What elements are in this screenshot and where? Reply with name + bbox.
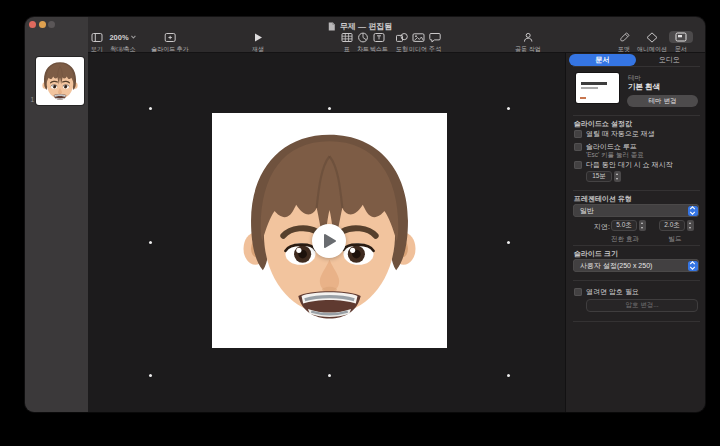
theme-thumb-accent-mark	[580, 97, 586, 99]
restart-row: 다음 동안 대기 시 쇼 재시작	[574, 160, 673, 170]
tab-audio[interactable]: 오디오	[636, 54, 703, 66]
tab-document[interactable]: 문서	[569, 54, 636, 66]
selection-handle-middle-left[interactable]	[149, 241, 152, 244]
restart-label: 다음 동안 대기 시 쇼 재시작	[586, 160, 673, 170]
divider	[573, 115, 700, 116]
media-photo-icon	[412, 31, 425, 43]
divider	[573, 321, 700, 322]
restart-checkbox[interactable]	[574, 161, 582, 169]
restart-minutes-field[interactable]: 15분	[586, 171, 612, 182]
fullscreen-window-button[interactable]	[48, 21, 55, 28]
slide-navigator: 1	[25, 17, 88, 412]
loop-checkbox[interactable]	[574, 143, 582, 151]
toolbar-table-button[interactable]: 표	[341, 31, 353, 54]
presentation-type-value: 일반	[580, 206, 594, 216]
selection-handle-bottom-right[interactable]	[507, 374, 510, 377]
selection-handle-top-left[interactable]	[149, 107, 152, 110]
divider	[573, 66, 700, 67]
slide-size-dropdown[interactable]: 사용자 설정(250 x 250)	[573, 259, 699, 272]
toolbar-play-button[interactable]: 재생	[252, 31, 264, 54]
slide-number-label: 1	[25, 96, 34, 103]
divider	[573, 280, 700, 281]
toolbar: 무제 — 편집됨 보기 200% 확대/축소 슬라이드 추가 재	[88, 17, 705, 53]
slideshow-settings-header: 슬라이드쇼 설정값	[574, 119, 632, 129]
add-slide-icon	[164, 31, 176, 43]
document-file-icon	[328, 22, 336, 31]
selection-handle-top-right[interactable]	[507, 107, 510, 110]
change-password-button[interactable]: 암호 변경...	[586, 299, 698, 312]
autoplay-label: 열릴 때 자동으로 재생	[586, 129, 655, 139]
build-delay-stepper[interactable]	[687, 220, 694, 231]
transition-delay-stepper[interactable]	[639, 220, 646, 231]
selection-handle-middle-right[interactable]	[507, 241, 510, 244]
theme-thumb-subtitle-line	[581, 87, 598, 89]
divider	[573, 245, 700, 246]
shapes-icon	[396, 31, 409, 43]
transition-delay-field[interactable]: 5.0초	[611, 220, 637, 231]
inspector-sidebar: 문서 오디오 테마 기본 흰색 테마 변경 슬라이드쇼 설정값 열릴 때 자동으…	[565, 53, 705, 412]
toolbar-collaborate-button[interactable]: 공동 작업	[515, 31, 541, 54]
change-theme-button[interactable]: 테마 변경	[627, 95, 698, 107]
restart-minutes-stepper[interactable]	[614, 171, 621, 182]
inspector-tabs: 문서 오디오	[569, 54, 703, 66]
slide-thumbnail[interactable]	[36, 57, 84, 105]
comment-bubble-icon	[429, 31, 441, 43]
toolbar-comment-button[interactable]: 주석	[429, 31, 441, 54]
format-brush-icon	[619, 31, 630, 43]
toolbar-document-button[interactable]: 문서	[669, 31, 693, 54]
document-panel-icon	[669, 31, 693, 43]
zoom-percent-text: 200%	[109, 33, 128, 42]
toolbar-format-button[interactable]: 포맷	[618, 31, 630, 54]
memoji-thumbnail-image	[38, 60, 82, 104]
slide-canvas[interactable]	[88, 53, 565, 412]
play-triangle-icon	[322, 233, 337, 249]
toolbar-chart-button[interactable]: 차트	[357, 31, 369, 54]
close-window-button[interactable]	[29, 21, 36, 28]
toolbar-view-button[interactable]: 보기	[91, 31, 103, 54]
view-sidebar-icon	[91, 31, 103, 43]
build-delay-field[interactable]: 2.0초	[659, 220, 685, 231]
screen: 1 무제 — 편집됨 보기 200% 확대/축소 슬라이	[0, 0, 720, 446]
keynote-window: 1 무제 — 편집됨 보기 200% 확대/축소 슬라이	[25, 17, 705, 412]
password-label: 열려면 암호 필요	[586, 287, 639, 297]
autoplay-checkbox[interactable]	[574, 130, 582, 138]
minimize-window-button[interactable]	[39, 21, 46, 28]
loop-sublabel: 'Esc' 키를 눌러 종료	[586, 151, 644, 160]
theme-thumbnail[interactable]	[576, 73, 619, 103]
presentation-type-dropdown[interactable]: 일반	[573, 204, 699, 217]
theme-thumb-title-line	[581, 82, 607, 85]
presentation-type-header: 프레젠테이션 유형	[574, 194, 632, 204]
toolbar-shape-button[interactable]: 도형	[396, 31, 409, 54]
build-label: 빌드	[669, 235, 682, 244]
slide-size-header: 슬라이드 크기	[574, 249, 618, 259]
chart-pie-icon	[357, 31, 369, 43]
dropdown-stepper-icon	[688, 261, 698, 271]
collaborate-person-icon	[522, 31, 534, 43]
autoplay-row: 열릴 때 자동으로 재생	[574, 129, 655, 139]
toolbar-animate-button[interactable]: 애니메이션	[637, 31, 667, 54]
toolbar-text-button[interactable]: 텍스트	[370, 31, 388, 54]
password-checkbox[interactable]	[574, 288, 582, 296]
slide[interactable]	[212, 113, 447, 348]
divider	[573, 190, 700, 191]
slide-size-value: 사용자 설정(250 x 250)	[580, 261, 652, 271]
toolbar-zoom-control[interactable]: 200% 확대/축소	[109, 31, 136, 54]
selection-handle-top-center[interactable]	[328, 107, 331, 110]
delay-label: 지연:	[594, 222, 610, 232]
text-box-icon	[373, 31, 385, 43]
animate-diamond-icon	[646, 31, 658, 43]
zoom-value: 200%	[109, 31, 136, 43]
play-icon	[253, 31, 263, 43]
table-icon	[341, 31, 353, 43]
toolbar-media-button[interactable]: 미디어	[409, 31, 427, 54]
toolbar-add-slide-button[interactable]: 슬라이드 추가	[151, 31, 189, 54]
chevron-down-icon	[131, 35, 137, 39]
password-row: 열려면 암호 필요	[574, 287, 639, 297]
selection-handle-bottom-left[interactable]	[149, 374, 152, 377]
play-overlay-button[interactable]	[312, 224, 346, 258]
theme-name: 기본 흰색	[628, 82, 660, 92]
transition-label: 전환 효과	[611, 235, 639, 244]
dropdown-stepper-icon	[688, 206, 698, 216]
selection-handle-bottom-center[interactable]	[328, 374, 331, 377]
